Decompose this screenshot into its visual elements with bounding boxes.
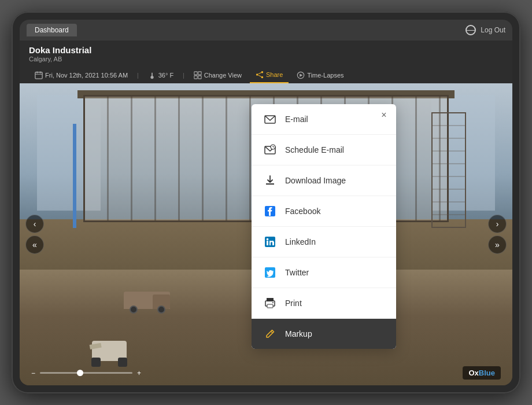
svg-rect-29 — [267, 304, 273, 308]
share-linkedin-item[interactable]: LinkedIn — [252, 227, 396, 257]
svg-rect-6 — [194, 72, 197, 75]
zoom-plus[interactable]: + — [137, 369, 141, 377]
svg-point-12 — [261, 76, 264, 79]
grid-icon — [194, 71, 202, 79]
svg-rect-8 — [194, 76, 197, 79]
separator-1: | — [136, 72, 140, 79]
markup-icon — [263, 327, 277, 341]
temperature-display: 36° F — [158, 72, 173, 79]
close-dropdown-button[interactable]: × — [378, 109, 390, 122]
svg-point-11 — [256, 73, 258, 76]
logout-button[interactable]: Log Out — [481, 26, 505, 34]
main-content: ‹ « › » − + — [20, 83, 512, 385]
skid-steer — [89, 339, 130, 368]
zoom-track[interactable] — [40, 372, 132, 374]
share-download-item[interactable]: Download Image — [252, 165, 396, 196]
date-display: Fri, Nov 12th, 2021 10:56 AM — [45, 72, 128, 79]
share-download-label: Download Image — [285, 176, 346, 185]
timelapses-button[interactable]: Time-Lapses — [291, 68, 349, 83]
bottom-bar: − + Ox Blue — [31, 366, 501, 380]
prev-double-button[interactable]: « — [25, 235, 44, 254]
timelapses-label: Time-Lapses — [307, 72, 343, 79]
share-email-item[interactable]: E-mail — [252, 104, 396, 135]
browser-top-bar: Dashboard Log Out — [20, 20, 512, 41]
svg-point-10 — [261, 71, 264, 73]
twitter-icon — [263, 266, 277, 279]
prev-single-button[interactable]: ‹ — [25, 215, 44, 233]
share-schedule-email-item[interactable]: Schedule E-mail — [252, 135, 396, 165]
skid-wheel-left — [91, 358, 101, 367]
email-icon — [263, 112, 277, 126]
svg-marker-16 — [300, 73, 303, 76]
share-twitter-label: Twitter — [285, 268, 309, 277]
share-print-item[interactable]: Print — [252, 288, 396, 319]
linkedin-icon — [263, 235, 277, 249]
zoom-thumb — [77, 370, 83, 376]
toolbar: Fri, Nov 12th, 2021 10:56 AM | 36° F | — [29, 67, 503, 83]
scaffolding — [431, 112, 466, 228]
share-dropdown: × E-mail — [252, 104, 396, 349]
tablet-screen: Dashboard Log Out Doka Industrial Calgar… — [20, 20, 512, 385]
schedule-email-icon — [263, 143, 277, 157]
svg-line-14 — [258, 75, 261, 77]
toolbar-date: Fri, Nov 12th, 2021 10:56 AM — [29, 68, 134, 83]
browser-tab[interactable]: Dashboard — [27, 24, 77, 36]
share-label: Share — [266, 71, 283, 78]
svg-point-5 — [150, 76, 153, 79]
svg-point-25 — [267, 238, 269, 241]
play-icon — [297, 71, 305, 79]
share-twitter-item[interactable]: Twitter — [252, 257, 396, 288]
svg-rect-24 — [267, 241, 268, 245]
logo-ox: Ox — [468, 369, 478, 377]
share-facebook-label: Facebook — [285, 207, 320, 216]
thermometer-icon — [148, 71, 156, 79]
next-single-button[interactable]: › — [488, 215, 507, 233]
svg-line-13 — [258, 73, 261, 75]
project-name: Doka Industrial — [29, 45, 503, 55]
svg-rect-7 — [198, 72, 201, 75]
logo-blue: Blue — [479, 369, 495, 377]
truck — [124, 290, 170, 316]
share-button[interactable]: Share — [250, 67, 289, 83]
calendar-icon — [35, 71, 43, 79]
share-linkedin-label: LinkedIn — [285, 237, 316, 246]
skid-wheel-right — [118, 358, 127, 367]
change-view-label: Change View — [204, 72, 242, 79]
share-schedule-email-label: Schedule E-mail — [285, 145, 344, 154]
site-background: ‹ « › » − + — [20, 83, 512, 385]
share-icon — [256, 71, 264, 79]
share-print-label: Print — [285, 299, 302, 308]
toolbar-temperature: 36° F — [142, 68, 179, 83]
share-markup-item[interactable]: Markup — [252, 319, 396, 349]
truck-wheel-right — [157, 305, 165, 314]
facebook-icon — [263, 204, 277, 218]
nav-arrow-left: ‹ « — [25, 215, 44, 254]
share-markup-label: Markup — [285, 329, 312, 338]
separator-2: | — [182, 72, 186, 79]
share-email-label: E-mail — [285, 115, 308, 124]
tablet-frame: Dashboard Log Out Doka Industrial Calgar… — [12, 12, 520, 393]
zoom-bar: − + — [31, 369, 141, 377]
change-view-button[interactable]: Change View — [188, 68, 247, 83]
globe-icon — [466, 25, 476, 35]
svg-rect-0 — [35, 72, 42, 79]
download-icon — [263, 174, 277, 187]
next-double-button[interactable]: » — [488, 235, 507, 254]
print-icon — [263, 296, 277, 310]
header: Doka Industrial Calgary, AB Fri, Nov 12t… — [20, 41, 512, 83]
project-location: Calgary, AB — [29, 56, 503, 62]
truck-wheel-left — [130, 305, 138, 314]
oxblue-logo: Ox Blue — [463, 366, 501, 380]
zoom-minus[interactable]: − — [31, 369, 35, 377]
share-facebook-item[interactable]: Facebook — [252, 196, 396, 227]
svg-point-30 — [272, 302, 274, 303]
nav-arrow-right: › » — [488, 215, 507, 254]
top-bar-right: Log Out — [466, 25, 505, 35]
svg-rect-9 — [198, 76, 201, 79]
